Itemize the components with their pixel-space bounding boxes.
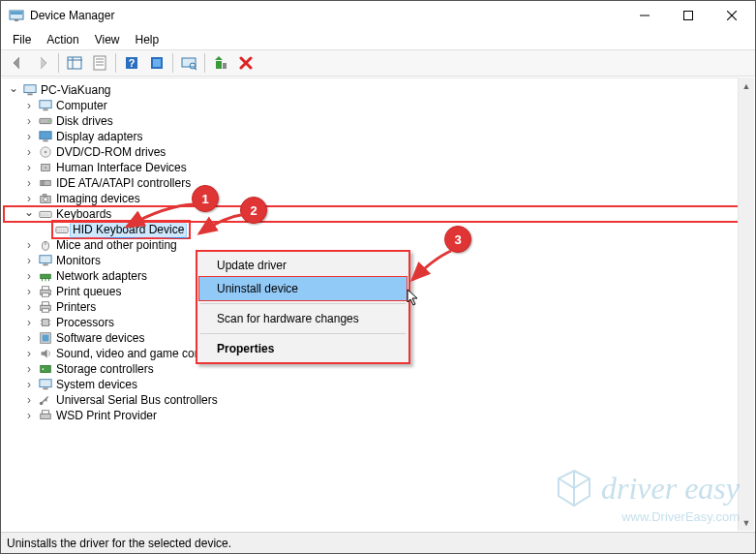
tree-label: DVD/CD-ROM drives [54,144,167,160]
menu-file[interactable]: File [5,31,39,48]
maximize-button[interactable] [666,2,710,30]
app-icon [9,8,24,23]
tree-item-system[interactable]: System devices [4,377,752,392]
ctx-update-driver[interactable]: Update driver [199,254,407,277]
tree-item-display-adapters[interactable]: Display adapters [4,129,752,144]
printer-icon [37,408,54,423]
tree-item-disk-drives[interactable]: Disk drives [4,113,752,129]
ctx-scan-hardware[interactable]: Scan for hardware changes [199,307,407,330]
tree-item-wsd[interactable]: WSD Print Provider [4,408,752,423]
svg-line-17 [195,68,197,70]
mouse-icon [37,237,54,253]
expand-icon[interactable] [21,175,37,191]
uninstall-button[interactable] [234,51,257,75]
watermark-brand: driver easy [601,471,740,507]
menu-action[interactable]: Action [39,31,86,48]
svg-rect-27 [43,140,47,142]
tree-label: Network adapters [54,268,149,284]
tree-item-hid-keyboard[interactable]: HID Keyboard Device [4,222,752,237]
expand-icon[interactable] [21,113,37,129]
status-text: Uninstalls the driver for the selected d… [7,537,231,550]
svg-rect-54 [43,287,49,291]
svg-rect-15 [182,58,196,67]
ctx-properties[interactable]: Properties [199,337,407,360]
help-button[interactable]: ? [120,51,143,75]
expand-icon[interactable] [21,361,37,377]
tree-item-imaging[interactable]: Imaging devices [4,191,752,206]
expand-icon[interactable] [21,315,37,330]
tree-label: Universal Serial Bus controllers [54,392,220,408]
scan-hardware-button[interactable] [177,51,200,75]
vertical-scrollbar[interactable]: ▲ ▼ [738,77,754,531]
context-menu: Update driver Uninstall device Scan for … [196,250,410,364]
expand-icon[interactable] [21,392,37,408]
expand-icon[interactable] [21,98,37,113]
speaker-icon [37,346,54,361]
expand-icon[interactable] [21,129,37,144]
expand-icon[interactable] [21,299,37,315]
toolbar-separator [204,53,205,73]
menu-help[interactable]: Help [128,31,167,48]
toolbar-separator [172,53,173,73]
minimize-button[interactable] [622,2,666,30]
expand-icon[interactable] [21,330,37,346]
svg-rect-49 [41,274,51,278]
svg-rect-68 [40,380,51,387]
tree-item-hid[interactable]: Human Interface Devices [4,160,752,175]
toolbar: ? [1,49,755,77]
close-button[interactable] [710,2,753,30]
scroll-down-button[interactable]: ▼ [739,514,754,531]
ctx-separator [200,333,406,334]
tree-item-dvd[interactable]: DVD/CD-ROM drives [4,144,752,160]
menu-view[interactable]: View [87,31,128,48]
tree-label: Processors [54,315,116,330]
expand-icon[interactable] [21,346,37,361]
tree-root[interactable]: PC-ViaKuang [4,82,752,98]
tree-label: WSD Print Provider [54,408,159,423]
expand-icon[interactable] [21,377,37,392]
svg-rect-3 [683,12,692,20]
svg-rect-66 [41,366,51,373]
svg-rect-58 [43,309,49,313]
tree-item-ide[interactable]: IDE ATA/ATAPI controllers [4,175,752,191]
tree-label: Printers [54,299,98,315]
camera-icon [37,191,54,206]
show-hide-tree-button[interactable] [63,51,86,75]
watermark: driver easy www.DriverEasy.com [553,467,740,524]
expand-icon[interactable] [21,284,37,299]
update-driver-button[interactable] [209,51,232,75]
expand-icon[interactable] [21,253,37,268]
action-button[interactable] [145,51,168,75]
annotation-arrow-2 [190,212,257,251]
expand-icon[interactable] [21,237,37,253]
scroll-up-button[interactable]: ▲ [739,77,754,94]
properties-button[interactable] [88,51,111,75]
network-icon [37,268,54,284]
svg-rect-47 [40,256,51,263]
window-title: Device Manager [30,9,114,22]
tree-label: PC-ViaKuang [39,82,113,98]
svg-rect-23 [43,109,47,111]
annotation-arrow-3 [405,249,463,288]
svg-rect-48 [43,264,47,266]
expand-icon[interactable] [21,206,37,222]
forward-button[interactable] [31,51,54,75]
watermark-logo-icon [553,467,595,509]
svg-rect-22 [40,101,51,108]
ctx-uninstall-device[interactable]: Uninstall device [198,276,408,301]
tree-item-computer[interactable]: Computer [4,98,752,113]
svg-rect-20 [24,85,36,93]
cpu-icon [37,315,54,330]
expand-icon[interactable] [21,268,37,284]
svg-rect-4 [68,57,81,69]
back-button[interactable] [6,51,29,75]
expand-icon[interactable] [6,82,21,98]
cursor-icon [407,289,420,306]
tree-item-usb[interactable]: Universal Serial Bus controllers [4,392,752,408]
display-icon [37,129,54,144]
expand-icon[interactable] [21,408,37,423]
computer-icon [21,82,39,98]
expand-icon[interactable] [21,144,37,160]
expand-icon[interactable] [21,160,37,175]
storage-icon [37,361,54,377]
